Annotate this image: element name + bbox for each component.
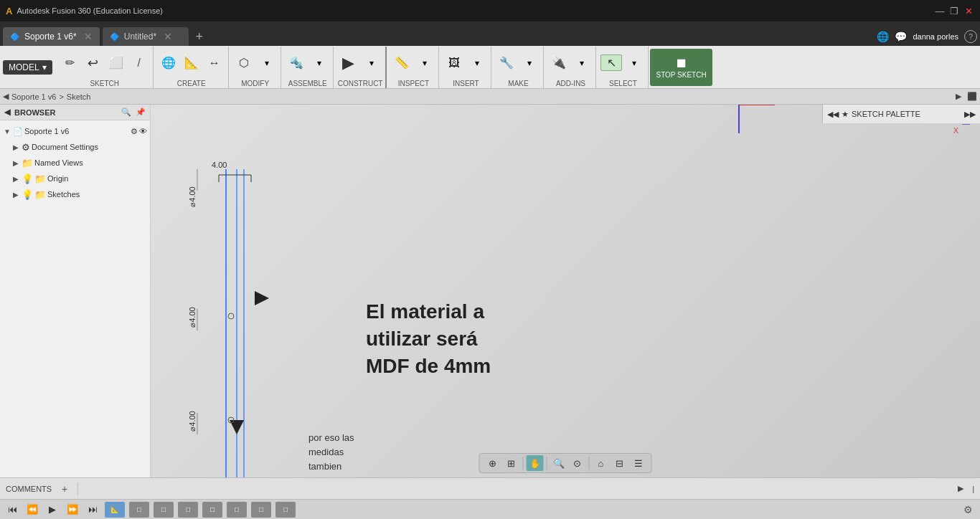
tree-arrow-origin: ▶ [11,175,20,183]
expand-icon[interactable]: ⬛ [967,92,977,101]
toolbar-section-modify: ⬡ ▾ MODIFY [230,47,281,88]
toolbar-select-tool[interactable]: ↖ [600,54,622,71]
toolbar-make-dropdown[interactable]: ▾ [519,57,540,69]
sketch-palette-collapse-icon[interactable]: ◀◀ [827,110,839,119]
view-zoom-window-button[interactable]: ⊙ [569,455,586,471]
view-snap-button[interactable]: ⊞ [503,455,520,471]
timeline-play-button[interactable]: ▶ [44,502,60,518]
timeline-item-2[interactable]: □ [129,502,149,518]
tab-close-soporte[interactable]: ✕ [84,31,93,42]
bottom-toolbar-divider-2 [547,457,547,470]
sketches-folder-icon: 📁 [34,189,46,200]
toolbar-rectangle[interactable]: ⬜ [105,55,127,70]
tree-item-doc-settings-label: Document Settings [32,143,147,151]
collapse-left-icon[interactable]: ◀ [3,92,9,101]
toolbar-sketch-create[interactable]: ✏ [60,55,81,70]
toolbar-insert-dropdown[interactable]: ▾ [466,57,488,69]
toolbar-section-assemble: 🔩 ▾ ASSEMBLE [283,47,334,88]
toolbar-select-dropdown[interactable]: ▾ [623,57,645,69]
toolbar-line[interactable]: / [128,56,150,70]
new-tab-button[interactable]: + [189,27,210,46]
view-pan-button[interactable]: ✋ [527,455,544,471]
timeline-item-3[interactable]: □ [154,502,174,518]
timeline-item-7[interactable]: □ [251,502,271,518]
breadcrumb-sketch: Sketch [67,92,91,101]
toolbar-addins-scripts[interactable]: 🔌 [548,55,570,70]
create-label: CREATE [158,80,225,88]
comments-bar: COMMENTS + ▶ | [0,477,980,499]
toolbar-section-sketch: ✏ ↩ ⬜ / SKETCH [57,47,154,88]
toolbar-section-construct: ▶ ▾ CONSTRUCT [335,47,387,88]
timeline-next-button[interactable]: ⏩ [65,502,80,518]
close-button[interactable]: ✕ [963,5,974,16]
toolbar-create-cylinder[interactable]: 📐 [181,55,202,70]
title-bar: A Autodesk Fusion 360 (Education License… [0,0,980,22]
tab-untitled[interactable]: 🔷 Untitled* ✕ [103,27,189,46]
tree-arrow-named-views: ▶ [11,159,20,167]
origin-eye-icon: 💡 [22,173,33,184]
timeline-item-6[interactable]: □ [227,502,247,518]
toolbar-undo[interactable]: ↩ [83,54,104,72]
timeline-item-4[interactable]: □ [178,502,198,518]
timeline-prev-button[interactable]: ⏪ [24,502,40,518]
sketch-label: SKETCH [60,80,150,88]
chat-icon[interactable]: 💬 [895,31,907,42]
comments-collapse-icon[interactable]: ▶ [958,484,963,493]
toolbar-inspect-measure[interactable]: 📏 [391,55,413,70]
timeline-item-5[interactable]: □ [202,502,222,518]
comments-pin-icon[interactable]: | [972,485,974,493]
add-comment-button[interactable]: + [57,482,72,496]
addins-label: ADD-INS [548,80,593,88]
tab-close-untitled[interactable]: ✕ [164,31,172,42]
tree-item-origin[interactable]: ▶ 💡 📁 Origin [0,171,150,186]
canvas[interactable]: 4.00 ⌀4.00 ⌀4.00 ⌀4.00 El material a uti… [151,105,980,477]
model-button[interactable]: MODEL ▾ [3,60,52,75]
toolbar-construct-dropdown[interactable]: ▾ [361,57,382,69]
breadcrumb-item: Soporte 1 v6 [11,92,56,101]
tree-item-sketches[interactable]: ▶ 💡 📁 Sketches [0,186,150,202]
toolbar-make-3dprint[interactable]: 🔧 [496,55,517,70]
browser-pin-icon[interactable]: 📌 [136,108,146,117]
timeline-item-8[interactable]: □ [275,502,296,518]
view-zoom-button[interactable]: 🔍 [550,455,567,471]
tree-item-root[interactable]: ▼ 📄 Soporte 1 v6 ⚙ 👁 [0,123,150,139]
tree-item-named-views[interactable]: ▶ 📁 Named Views [0,155,150,171]
toolbar-inspect-dropdown[interactable]: ▾ [414,57,435,69]
view-orbit-button[interactable]: ⊕ [484,455,501,471]
sketch-geometry [151,105,980,477]
help-icon[interactable]: ? [964,30,977,43]
toolbar-modify-dropdown[interactable]: ▾ [256,57,278,69]
svg-point-8 [228,313,234,319]
browser-search-icon[interactable]: 🔍 [121,108,131,117]
toolbar-assemble-joint[interactable]: 🔩 [286,55,307,70]
window-controls[interactable]: — ❐ ✕ [934,5,974,16]
toolbar-modify-fillet[interactable]: ⬡ [233,55,255,70]
sidebar-collapse-icon[interactable]: ◀ [4,108,10,117]
view-home-button[interactable]: ⌂ [593,455,610,471]
maximize-button[interactable]: ❐ [948,5,960,16]
tab-icon-soporte: 🔷 [10,32,20,42]
sketch-palette-expand-icon[interactable]: ▶▶ [964,110,976,119]
browser-label: BROWSER [14,108,55,117]
toolbar-insert-canvas[interactable]: 🖼 [443,56,465,70]
view-display-settings-button[interactable]: ☰ [630,455,647,471]
tree-item-eye-icon[interactable]: 👁 [139,127,147,135]
minimize-button[interactable]: — [934,5,946,16]
view-grid-button[interactable]: ⊟ [611,455,628,471]
settings-button[interactable]: ⚙ [960,502,976,518]
insert-label: INSERT [443,80,488,88]
toolbar-assemble-dropdown[interactable]: ▾ [308,57,330,69]
toolbar-construct-plane[interactable]: ▶ [338,53,359,73]
timeline-back-button[interactable]: ⏮ [4,502,20,518]
collapse-right-icon[interactable]: ▶ [956,92,961,101]
timeline-end-button[interactable]: ⏭ [85,502,100,518]
tree-item-settings-icon[interactable]: ⚙ [131,127,138,136]
timeline-item-1[interactable]: 📐 [105,502,125,518]
tab-soporte[interactable]: 🔷 Soporte 1 v6* ✕ [3,27,100,46]
tree-item-document-settings[interactable]: ▶ ⚙ Document Settings [0,139,150,155]
toolbar-create-box[interactable]: 🌐 [158,55,179,70]
toolbar-addins-dropdown[interactable]: ▾ [571,57,593,69]
stop-sketch-button[interactable]: ⏹ STOP SKETCH [650,49,712,86]
toolbar-create-more[interactable]: ↔ [204,56,225,70]
make-dropdown-icon: ▾ [527,58,532,68]
